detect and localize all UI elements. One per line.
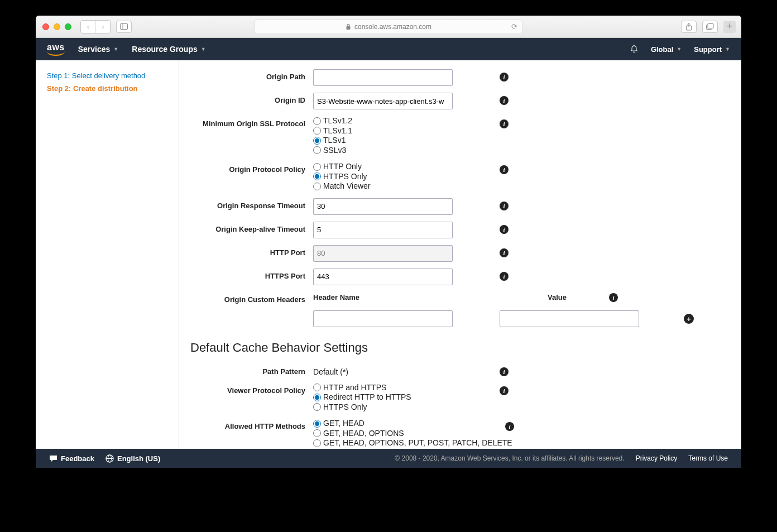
cache-behavior-heading: Default Cache Behavior Settings [190, 341, 741, 355]
region-menu[interactable]: Global ▼ [651, 45, 682, 54]
caret-down-icon: ▼ [201, 46, 206, 52]
info-icon[interactable]: i [500, 367, 509, 376]
url-bar[interactable]: console.aws.amazon.com ⟳ [255, 20, 522, 34]
origin-protocol-label: Origin Protocol Policy [190, 162, 313, 174]
methods-get-head-options-option[interactable]: GET, HEAD, OPTIONS [313, 429, 512, 439]
min-ssl-options: TLSv1.2 TLSv1.1 TLSv1 SSLv3 [313, 116, 492, 155]
services-menu[interactable]: Services ▼ [78, 45, 119, 54]
info-icon[interactable]: i [500, 386, 509, 395]
origin-protocol-options: HTTP Only HTTPS Only Match Viewer [313, 162, 492, 191]
language-selector[interactable]: English (US) [105, 454, 160, 463]
minimize-window-button[interactable] [54, 23, 60, 30]
response-timeout-input[interactable] [313, 198, 453, 215]
aws-header: aws Services ▼ Resource Groups ▼ Global … [36, 38, 741, 60]
viewer-https-only-option[interactable]: HTTPS Only [313, 402, 492, 413]
protocol-https-option[interactable]: HTTPS Only [313, 172, 492, 182]
info-icon[interactable]: i [500, 225, 509, 234]
notifications-icon[interactable] [630, 45, 639, 54]
url-text: console.aws.amazon.com [354, 23, 431, 31]
protocol-http-option[interactable]: HTTP Only [313, 162, 492, 172]
info-icon[interactable]: i [609, 293, 618, 302]
aws-logo[interactable]: aws [47, 42, 65, 56]
support-label: Support [694, 45, 722, 54]
info-icon[interactable]: i [500, 248, 509, 257]
custom-headers-label: Origin Custom Headers [190, 292, 313, 304]
region-label: Global [651, 45, 673, 54]
new-tab-button[interactable]: + [723, 21, 736, 33]
allowed-methods-options: GET, HEAD GET, HEAD, OPTIONS GET, HEAD, … [313, 419, 512, 448]
keepalive-timeout-label: Origin Keep-alive Timeout [190, 222, 313, 233]
http-port-label: HTTP Port [190, 245, 313, 257]
ssl-tlsv1-option[interactable]: TLSv1 [313, 136, 492, 146]
tabs-button[interactable] [702, 21, 718, 33]
path-pattern-value: Default (*) [313, 364, 492, 376]
info-icon[interactable]: i [500, 202, 509, 210]
http-port-input [313, 245, 453, 262]
keepalive-timeout-input[interactable] [313, 222, 453, 238]
info-icon[interactable]: i [500, 272, 509, 281]
min-ssl-label: Minimum Origin SSL Protocol [190, 116, 313, 128]
header-name-input[interactable] [313, 310, 453, 327]
ssl-sslv3-option[interactable]: SSLv3 [313, 146, 492, 156]
methods-all-option[interactable]: GET, HEAD, OPTIONS, PUT, POST, PATCH, DE… [313, 438, 512, 448]
maximize-window-button[interactable] [65, 23, 71, 30]
viewer-redirect-option[interactable]: Redirect HTTP to HTTPS [313, 392, 492, 402]
header-value-input[interactable] [500, 310, 639, 327]
wizard-sidebar: Step 1: Select delivery method Step 2: C… [36, 60, 179, 449]
svg-rect-2 [346, 26, 350, 30]
feedback-link[interactable]: Feedback [49, 454, 94, 463]
path-pattern-label: Path Pattern [190, 364, 313, 376]
value-column: Value [548, 293, 567, 301]
back-button[interactable]: ‹ [81, 21, 95, 33]
caret-down-icon: ▼ [113, 46, 118, 52]
svg-rect-6 [708, 23, 713, 28]
info-icon[interactable]: i [500, 165, 509, 174]
add-header-button[interactable]: + [684, 314, 694, 324]
caret-down-icon: ▼ [725, 46, 730, 52]
window-controls [42, 23, 71, 30]
show-sidebar-button[interactable] [116, 21, 132, 33]
origin-path-label: Origin Path [190, 69, 313, 81]
viewer-http-https-option[interactable]: HTTP and HTTPS [313, 383, 492, 393]
reload-icon[interactable]: ⟳ [511, 22, 517, 31]
https-port-input[interactable] [313, 269, 453, 285]
aws-footer: Feedback English (US) © 2008 - 2020, Ama… [36, 449, 741, 468]
step-1-link[interactable]: Step 1: Select delivery method [47, 69, 167, 82]
origin-id-label: Origin ID [190, 93, 313, 104]
ssl-tlsv12-option[interactable]: TLSv1.2 [313, 116, 492, 126]
viewer-protocol-options: HTTP and HTTPS Redirect HTTP to HTTPS HT… [313, 383, 492, 413]
viewer-protocol-label: Viewer Protocol Policy [190, 383, 313, 395]
ssl-tlsv11-option[interactable]: TLSv1.1 [313, 126, 492, 136]
speech-bubble-icon [49, 455, 57, 462]
form-panel: Origin Path i Origin ID i Minimum Origin… [179, 60, 741, 449]
privacy-policy-link[interactable]: Privacy Policy [636, 454, 678, 462]
forward-button[interactable]: › [95, 21, 110, 33]
lock-icon [346, 23, 351, 30]
info-icon[interactable]: i [505, 422, 514, 431]
origin-path-input[interactable] [313, 69, 453, 86]
svg-rect-0 [121, 24, 128, 30]
globe-icon [105, 454, 114, 463]
browser-window: ‹ › console.aws.amazon.com ⟳ + aws Servi… [36, 16, 741, 468]
share-button[interactable] [681, 21, 697, 33]
https-port-label: HTTPS Port [190, 269, 313, 280]
nav-arrows: ‹ › [80, 20, 111, 33]
support-menu[interactable]: Support ▼ [694, 45, 730, 54]
copyright-text: © 2008 - 2020, Amazon Web Services, Inc.… [395, 454, 624, 462]
info-icon[interactable]: i [500, 96, 509, 105]
methods-get-head-option[interactable]: GET, HEAD [313, 419, 512, 429]
info-icon[interactable]: i [500, 73, 509, 82]
info-icon[interactable]: i [500, 119, 509, 128]
header-name-column: Header Name [313, 293, 359, 301]
resource-groups-label: Resource Groups [132, 45, 197, 54]
origin-id-input[interactable] [313, 93, 453, 109]
allowed-methods-label: Allowed HTTP Methods [190, 419, 313, 430]
resource-groups-menu[interactable]: Resource Groups ▼ [132, 45, 205, 54]
content-area: Step 1: Select delivery method Step 2: C… [36, 60, 741, 449]
terms-of-use-link[interactable]: Terms of Use [688, 454, 728, 462]
response-timeout-label: Origin Response Timeout [190, 198, 313, 210]
services-label: Services [78, 45, 111, 54]
protocol-match-option[interactable]: Match Viewer [313, 181, 492, 191]
close-window-button[interactable] [42, 23, 49, 30]
macos-titlebar: ‹ › console.aws.amazon.com ⟳ + [36, 16, 741, 38]
